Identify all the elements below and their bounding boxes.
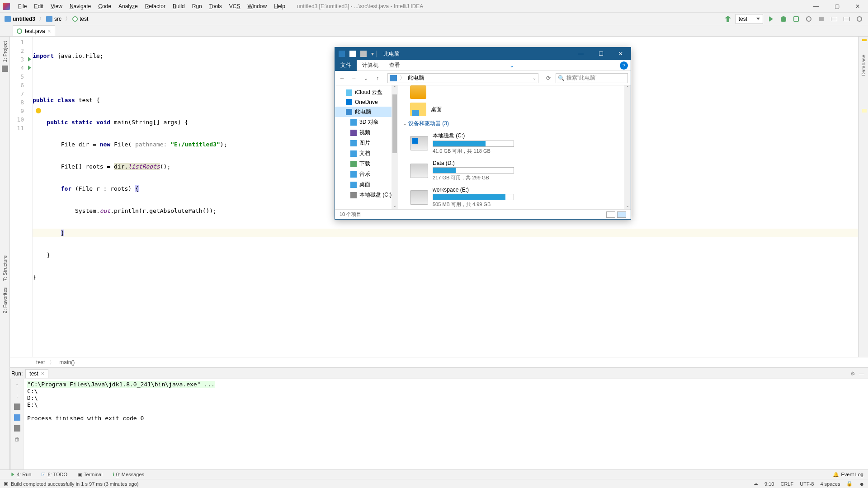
menu-refactor[interactable]: Refactor xyxy=(142,0,169,13)
tool-run[interactable]: 4: Run xyxy=(11,472,31,477)
drive-item[interactable]: 本地磁盘 (C:) 41.0 GB 可用，共 118 GB xyxy=(403,129,626,157)
tool-favorites[interactable]: 2: Favorites xyxy=(2,287,8,313)
menu-build[interactable]: Build xyxy=(169,0,189,13)
run-config-selector[interactable]: test xyxy=(736,14,763,24)
toolbar-icon[interactable] xyxy=(14,414,20,421)
profile-button[interactable] xyxy=(804,14,814,24)
breadcrumb-src[interactable]: src xyxy=(46,16,61,22)
line-separator[interactable]: CRLF xyxy=(780,481,793,487)
tool-messages[interactable]: ℹ0: Messages xyxy=(113,472,144,478)
inspection-icon[interactable]: ☻ xyxy=(859,481,864,487)
search-everywhere-button[interactable] xyxy=(854,14,864,24)
view-tiles-button[interactable] xyxy=(617,211,626,218)
refresh-button[interactable]: ⟳ xyxy=(544,75,553,81)
tree-item[interactable]: 图片 xyxy=(335,138,398,148)
stop-button[interactable] xyxy=(816,14,826,24)
close-button[interactable]: ✕ xyxy=(847,0,868,13)
close-icon[interactable]: × xyxy=(41,371,44,377)
tree-item[interactable]: 此电脑 xyxy=(335,107,398,117)
run-gutter-icon[interactable] xyxy=(28,66,31,70)
menu-view[interactable]: View xyxy=(47,0,66,13)
tree-item[interactable]: OneDrive xyxy=(335,98,398,107)
menu-code[interactable]: Code xyxy=(94,0,115,13)
folder-desktop[interactable]: 桌面 xyxy=(403,101,626,118)
menu-edit[interactable]: Edit xyxy=(30,0,47,13)
tree-item[interactable]: 桌面 xyxy=(335,179,398,190)
tree-item[interactable]: 视频 xyxy=(335,127,398,138)
explorer-titlebar[interactable]: ▾ │ 此电脑 — ☐ ✕ xyxy=(335,47,631,60)
status-indicator-icon[interactable]: ☁ xyxy=(753,481,758,487)
ribbon-tab-file[interactable]: 文件 xyxy=(335,60,357,71)
indent-setting[interactable]: 4 spaces xyxy=(820,481,840,487)
close-tab-icon[interactable]: × xyxy=(48,28,51,34)
explorer-minimize-button[interactable]: — xyxy=(571,47,591,60)
menu-navigate[interactable]: Navigate xyxy=(66,0,94,13)
folder-item[interactable] xyxy=(403,85,626,101)
minimize-button[interactable]: — xyxy=(806,0,826,13)
drive-item[interactable]: Data (D:) 217 GB 可用，共 299 GB xyxy=(403,157,626,184)
menu-analyze[interactable]: Analyze xyxy=(115,0,142,13)
scrollbar[interactable]: ⌃ ⌄ xyxy=(392,85,398,209)
up-icon[interactable]: ↑ xyxy=(16,382,19,388)
drive-item[interactable]: workspace (E:) 505 MB 可用，共 4.99 GB xyxy=(403,184,626,209)
ribbon-expand-icon[interactable]: ⌄ xyxy=(509,62,516,69)
nav-history-button[interactable]: ⌄ xyxy=(361,75,370,81)
tool-project[interactable]: 1: Project xyxy=(2,41,8,62)
coverage-button[interactable] xyxy=(791,14,801,24)
build-button[interactable] xyxy=(723,14,733,24)
menu-vcs[interactable]: VCS xyxy=(226,0,244,13)
nav-back-button[interactable]: ← xyxy=(338,75,347,81)
tree-item[interactable]: 文档 xyxy=(335,148,398,159)
explorer-content[interactable]: 桌面 ⌄设备和驱动器 (3) 本地磁盘 (C:) 41.0 GB 可用，共 11… xyxy=(398,85,631,209)
menu-help[interactable]: Help xyxy=(270,0,289,13)
readonly-lock-icon[interactable]: 🔓 xyxy=(846,481,853,487)
nav-up-button[interactable]: ↑ xyxy=(373,75,382,81)
caret-position[interactable]: 9:10 xyxy=(764,481,774,487)
file-encoding[interactable]: UTF-8 xyxy=(800,481,814,487)
view-details-button[interactable] xyxy=(606,211,615,218)
breadcrumb-project[interactable]: untitled3 xyxy=(5,16,35,22)
maximize-button[interactable]: ▢ xyxy=(826,0,847,13)
editor-tab-testjava[interactable]: test.java × xyxy=(13,25,55,36)
scrollbar-thumb[interactable] xyxy=(392,94,397,153)
tool-todo[interactable]: ☑6: TODO xyxy=(41,472,67,478)
run-gutter-icon[interactable] xyxy=(28,57,31,61)
toolbar-icon[interactable] xyxy=(842,14,852,24)
address-bar[interactable]: 〉 此电脑 ⌄ xyxy=(387,73,538,83)
run-button[interactable] xyxy=(766,14,776,24)
toolbar-icon[interactable] xyxy=(829,14,839,24)
hide-icon[interactable]: — xyxy=(859,371,864,377)
tree-item[interactable]: iCloud 云盘 xyxy=(335,87,398,98)
crumb-method[interactable]: main() xyxy=(59,359,75,366)
tool-icon[interactable] xyxy=(2,66,8,72)
ribbon-tab-view[interactable]: 查看 xyxy=(384,60,406,71)
breadcrumb-file[interactable]: test xyxy=(72,16,88,22)
scrollbar[interactable]: ⌃ ⌄ xyxy=(624,85,631,209)
tool-terminal[interactable]: ▣Terminal xyxy=(77,472,103,478)
tree-item[interactable]: 本地磁盘 (C:) xyxy=(335,190,398,200)
explorer-search-input[interactable]: 🔍 搜索"此电脑" xyxy=(556,73,628,83)
down-icon[interactable]: ↓ xyxy=(16,393,19,399)
crumb-class[interactable]: test xyxy=(36,359,45,366)
section-devices[interactable]: ⌄设备和驱动器 (3) xyxy=(403,118,626,129)
ribbon-tab-computer[interactable]: 计算机 xyxy=(357,60,384,71)
toolbar-icon[interactable] xyxy=(14,404,20,410)
trash-icon[interactable]: 🗑 xyxy=(14,436,20,442)
explorer-maximize-button[interactable]: ☐ xyxy=(591,47,611,60)
menu-run[interactable]: Run xyxy=(189,0,206,13)
highlight-marker-icon[interactable] xyxy=(862,109,867,113)
run-tab[interactable]: test × xyxy=(25,369,48,378)
tree-item[interactable]: 音乐 xyxy=(335,169,398,179)
tool-structure[interactable]: 7: Structure xyxy=(2,255,8,281)
tool-event-log[interactable]: 🔔Event Log xyxy=(833,472,863,478)
gear-icon[interactable]: ⚙ xyxy=(850,371,855,377)
run-console-output[interactable]: "C:\Program Files\Java\jdk1.8.0_241\bin\… xyxy=(24,379,868,469)
debug-button[interactable] xyxy=(778,14,788,24)
tool-database[interactable]: Database xyxy=(861,55,866,76)
menu-window[interactable]: Window xyxy=(244,0,270,13)
nav-forward-button[interactable]: → xyxy=(349,75,359,81)
menu-file[interactable]: File xyxy=(14,0,30,13)
tree-item[interactable]: 下载 xyxy=(335,159,398,169)
menu-tools[interactable]: Tools xyxy=(206,0,226,13)
tree-item[interactable]: 3D 对象 xyxy=(335,117,398,127)
